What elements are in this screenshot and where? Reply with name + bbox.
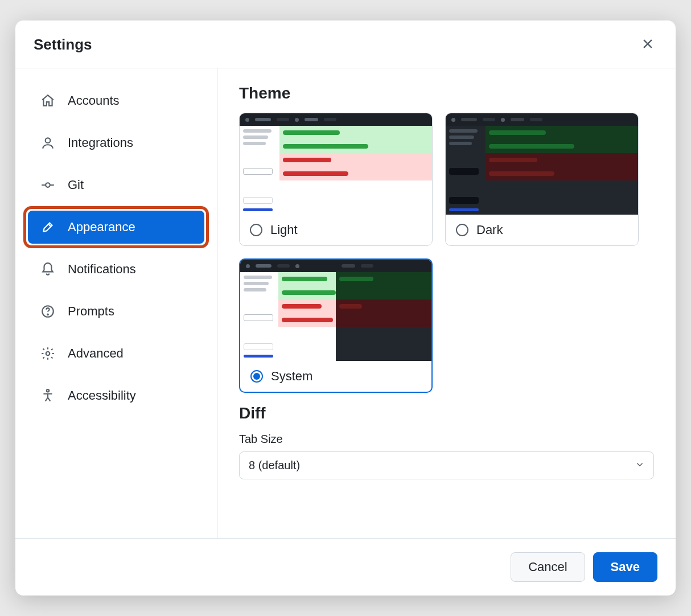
home-icon [40, 93, 55, 108]
sidebar-item-label: Accounts [68, 93, 120, 108]
svg-point-1 [46, 183, 50, 187]
sidebar-item-git[interactable]: Git [28, 169, 204, 202]
modal-title: Settings [34, 36, 92, 54]
git-commit-icon [40, 178, 55, 192]
tab-size-select-wrap: 8 (default) [239, 451, 654, 479]
theme-label: System [271, 369, 312, 384]
radio-icon [250, 370, 263, 383]
theme-label: Light [270, 223, 298, 237]
diff-heading: Diff [239, 404, 654, 422]
settings-content: Theme [217, 68, 676, 538]
sidebar-item-label: Git [68, 178, 84, 192]
sidebar-item-label: Notifications [68, 262, 136, 277]
radio-icon [250, 224, 262, 236]
bell-icon [40, 262, 55, 277]
close-button[interactable] [638, 34, 657, 55]
sidebar-item-integrations[interactable]: Integrations [28, 126, 204, 159]
svg-point-5 [47, 389, 49, 392]
theme-heading: Theme [239, 84, 654, 102]
theme-options: Light [239, 113, 654, 393]
radio-icon [456, 224, 468, 236]
sidebar-item-accessibility[interactable]: Accessibility [28, 379, 204, 412]
tab-size-label: Tab Size [239, 433, 654, 446]
modal-header: Settings [15, 20, 676, 68]
tab-size-select[interactable]: 8 (default) [239, 451, 654, 479]
svg-point-3 [47, 314, 48, 315]
settings-modal: Settings Accounts Integrations [15, 20, 676, 596]
sidebar-item-label: Advanced [68, 346, 124, 361]
save-button[interactable]: Save [593, 552, 657, 582]
gear-icon [40, 346, 55, 361]
cancel-button[interactable]: Cancel [511, 552, 585, 582]
sidebar-item-accounts[interactable]: Accounts [28, 84, 204, 117]
sidebar-item-label: Prompts [68, 304, 114, 319]
sidebar-item-notifications[interactable]: Notifications [28, 253, 204, 286]
sidebar-item-label: Integrations [68, 135, 133, 150]
theme-preview-light [240, 113, 432, 215]
question-circle-icon [40, 304, 55, 319]
theme-option-light[interactable]: Light [239, 113, 433, 246]
theme-option-system[interactable]: System [239, 258, 433, 393]
theme-preview-system [240, 260, 431, 361]
paintbrush-icon [40, 220, 55, 235]
modal-footer: Cancel Save [15, 538, 676, 596]
theme-label: Dark [476, 223, 503, 237]
modal-body: Accounts Integrations Git Appearanc [15, 68, 676, 538]
sidebar-item-advanced[interactable]: Advanced [28, 337, 204, 370]
settings-sidebar: Accounts Integrations Git Appearanc [15, 68, 217, 538]
sidebar-item-appearance[interactable]: Appearance [28, 211, 204, 244]
svg-point-0 [46, 138, 51, 143]
svg-point-4 [46, 352, 50, 356]
theme-option-dark[interactable]: Dark [445, 113, 639, 246]
close-icon [641, 38, 654, 52]
accessibility-icon [40, 388, 55, 403]
sidebar-item-label: Accessibility [68, 388, 136, 403]
person-icon [40, 135, 55, 150]
sidebar-item-prompts[interactable]: Prompts [28, 295, 204, 328]
sidebar-item-label: Appearance [68, 220, 135, 235]
theme-preview-dark [446, 113, 638, 215]
